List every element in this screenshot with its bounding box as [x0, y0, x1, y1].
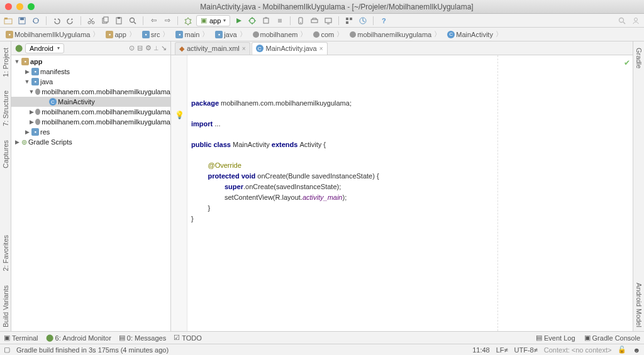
left-tool-strip: 1: Project 7: Structure Captures 2: Favo…: [0, 41, 11, 331]
project-tool-window: ⬤ Android▾ ⊙ ⊟ ⚙ ⟂ ↘ ▼▪app ▶▪manifests ▼…: [11, 41, 171, 331]
navigation-bar: ▪MobilhanemIlkUygulama〉 ▪app〉 ▪src〉 ▪mai…: [0, 28, 644, 41]
svg-rect-9: [118, 17, 120, 19]
user-icon[interactable]: [630, 15, 641, 26]
sdk-icon[interactable]: [309, 15, 320, 26]
tool-window-structure[interactable]: 7: Structure: [2, 87, 9, 130]
line-separator[interactable]: LF≠: [496, 346, 508, 354]
run-icon[interactable]: [233, 15, 244, 26]
tool-window-build-variants[interactable]: Build Variants: [2, 281, 9, 331]
breadcrumb[interactable]: ▪app〉: [104, 30, 138, 39]
messages-button[interactable]: ▤0: Messages: [119, 334, 166, 342]
breadcrumb[interactable]: mobilhanemilkuygulama〉: [348, 30, 444, 39]
close-icon[interactable]: ×: [242, 45, 246, 52]
redo-icon[interactable]: [65, 15, 76, 26]
intention-bulb-icon[interactable]: 💡: [175, 111, 184, 119]
todo-button[interactable]: ☑TODO: [174, 334, 202, 342]
structure-icon[interactable]: [343, 15, 355, 26]
tool-window-android-model[interactable]: Android Model: [635, 279, 643, 331]
svg-rect-17: [264, 18, 269, 23]
code-editor[interactable]: ✔ package mobilhanem.com.mobilhanemilkuy…: [187, 55, 633, 331]
gear-icon[interactable]: ⚙: [145, 44, 152, 52]
tool-window-gradle[interactable]: Gradle: [635, 44, 643, 72]
lock-icon[interactable]: 🔓: [618, 346, 626, 354]
maximize-window-button[interactable]: [28, 3, 35, 10]
context-label[interactable]: Context: <no context>: [544, 346, 612, 354]
android-monitor-button[interactable]: ⬤6: Android Monitor: [46, 334, 111, 342]
terminal-button[interactable]: ▣Terminal: [4, 334, 38, 342]
run-config-selector[interactable]: ▣ app ▾: [196, 15, 230, 26]
copy-icon[interactable]: [99, 15, 111, 26]
sync-gradle-icon[interactable]: [357, 15, 369, 26]
breadcrumb[interactable]: ▪MobilhanemIlkUygulama〉: [4, 30, 103, 39]
svg-rect-21: [311, 19, 318, 23]
breadcrumb[interactable]: ▪java〉: [213, 30, 249, 39]
make-icon[interactable]: [182, 15, 194, 26]
editor-tab[interactable]: CMainActivity.java×: [252, 42, 328, 55]
window-titlebar: MainActivity.java - MobilhanemIlkUygulam…: [0, 0, 644, 14]
breadcrumb[interactable]: CMainActivity〉: [445, 30, 506, 39]
svg-point-20: [301, 22, 302, 23]
breadcrumb[interactable]: ▪main〉: [174, 30, 212, 39]
tree-node-mainactivity: MainActivity: [58, 98, 95, 106]
editor-gutter[interactable]: 💡: [171, 55, 187, 331]
right-tool-strip: Gradle Android Model: [633, 41, 644, 331]
project-view-selector[interactable]: Android▾: [25, 43, 64, 53]
monitor-icon[interactable]: [323, 15, 334, 26]
avd-icon[interactable]: [295, 15, 306, 26]
tool-window-favorites[interactable]: 2: Favorites: [2, 231, 9, 275]
minimize-window-button[interactable]: [16, 3, 23, 10]
tree-node-app: app: [30, 58, 43, 65]
breadcrumb[interactable]: ▪src〉: [140, 30, 173, 39]
svg-point-30: [635, 18, 638, 21]
svg-line-11: [134, 22, 136, 24]
help-icon[interactable]: ?: [378, 15, 389, 26]
close-icon[interactable]: ×: [319, 45, 323, 52]
tool-window-captures[interactable]: Captures: [2, 136, 9, 172]
tree-node: java: [40, 78, 53, 85]
svg-point-12: [250, 18, 255, 23]
breadcrumb[interactable]: mobilhanem〉: [251, 30, 311, 39]
gradle-console-button[interactable]: ▣Gradle Console: [584, 334, 640, 342]
paste-icon[interactable]: [113, 15, 125, 26]
tree-node-gradle: Gradle Scripts: [28, 138, 72, 146]
debug-icon[interactable]: [247, 15, 258, 26]
editor-tab[interactable]: ◆activity_main.xml×: [175, 42, 250, 55]
attach-icon[interactable]: [260, 15, 272, 26]
file-encoding[interactable]: UTF-8≠: [514, 346, 538, 354]
project-tree[interactable]: ▼▪app ▶▪manifests ▼▪java ▼mobilhanem.com…: [11, 55, 170, 331]
tree-node: mobilhanem.com.mobilhanemilkuygulama: [42, 118, 170, 126]
svg-rect-18: [278, 19, 282, 23]
breadcrumb[interactable]: com〉: [311, 30, 347, 39]
cut-icon[interactable]: [86, 15, 97, 26]
forward-icon[interactable]: ⇨: [162, 15, 173, 26]
sync-icon[interactable]: [30, 15, 42, 26]
breadcrumb-label: src: [151, 31, 160, 38]
undo-icon[interactable]: [51, 15, 62, 26]
tree-node: mobilhanem.com.mobilhanemilkuygulama: [42, 88, 170, 96]
open-file-icon[interactable]: [3, 15, 14, 26]
collapse-icon[interactable]: ⊟: [137, 44, 143, 52]
editor-area: ◆activity_main.xml× CMainActivity.java× …: [171, 41, 633, 331]
hide-icon[interactable]: ⟂: [154, 44, 158, 52]
tool-window-project[interactable]: 1: Project: [2, 44, 9, 80]
status-message: Gradle build finished in 3s 175ms (4 min…: [16, 346, 169, 354]
editor-tabs: ◆activity_main.xml× CMainActivity.java×: [171, 41, 633, 55]
close-window-button[interactable]: [5, 3, 12, 10]
main-toolbar: ⇦ ⇨ ▣ app ▾ ?: [0, 14, 644, 28]
hector-icon[interactable]: ☻: [633, 346, 640, 354]
back-icon[interactable]: ⇦: [148, 15, 159, 26]
find-icon[interactable]: [127, 15, 138, 26]
search-everywhere-icon[interactable]: [616, 15, 628, 26]
save-icon[interactable]: [16, 15, 28, 26]
svg-rect-24: [346, 18, 348, 20]
svg-rect-3: [20, 18, 24, 20]
autoscroll-icon[interactable]: ⊙: [129, 44, 135, 52]
svg-rect-0: [4, 19, 12, 24]
stop-icon[interactable]: [274, 15, 286, 26]
tool-window-toggle-icon[interactable]: ▢: [4, 346, 10, 354]
event-log-button[interactable]: ▤Event Log: [536, 334, 575, 342]
minimize-icon[interactable]: ↘: [161, 44, 167, 52]
caret-position[interactable]: 11:48: [472, 346, 490, 354]
tree-node: res: [40, 128, 50, 136]
inspection-ok-icon: ✔: [624, 58, 630, 68]
